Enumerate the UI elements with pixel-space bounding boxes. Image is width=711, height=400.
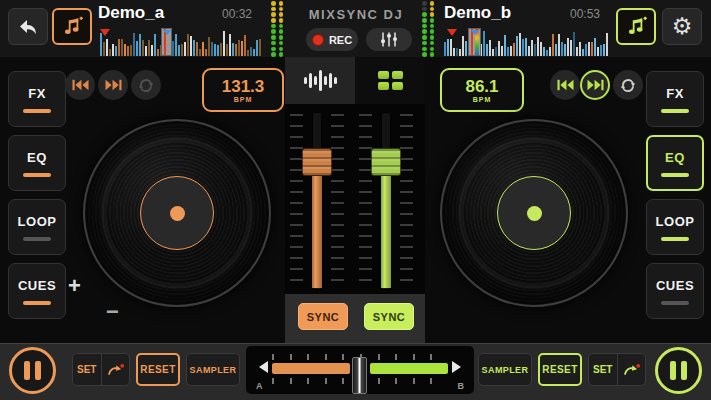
turntable-a[interactable] [83,119,271,307]
cue-jump-button-b[interactable] [617,354,646,385]
set-button-b[interactable]: SET [589,354,617,385]
sync-button-a[interactable]: SYNC [298,303,348,330]
eq-pad-b[interactable]: EQ [646,135,704,191]
skip-back-button-b[interactable] [550,70,580,100]
vinyl-label-b [497,176,571,250]
jump-arrow-icon [622,362,641,377]
repeat-icon [619,77,637,93]
load-track-a-button[interactable] [52,8,92,45]
pause-icon [681,361,687,380]
pad-underline [661,301,689,305]
mixer-toggle-button[interactable] [366,28,412,51]
skip-forward-icon [105,79,122,91]
cue-set-group-a: SET [72,353,130,386]
vu-meter-b [422,1,434,57]
loop-pad-a[interactable]: LOOP [8,199,66,255]
fader-ticks [359,114,372,288]
cues-pad-a[interactable]: CUES [8,263,66,319]
cues-pad-b[interactable]: CUES [646,263,704,319]
top-bar: Demo_a 00:32 MIXSYNC DJ REC Demo_b [0,0,711,57]
fader-handle-b[interactable] [371,148,401,176]
crossfader-a-label: A [256,381,263,391]
repeat-button-b[interactable] [613,70,643,100]
sync-button-b[interactable]: SYNC [364,303,414,330]
play-pause-button-a[interactable] [9,347,56,394]
app-title: MIXSYNC DJ [266,7,446,22]
pad-underline [23,173,51,177]
pause-icon [24,361,30,380]
faders-icon [304,70,337,91]
deck-b-time: 00:53 [570,7,600,21]
repeat-icon [137,77,155,93]
deck-a-waveform[interactable] [100,29,262,56]
sampler-pads-icon [378,71,403,90]
rec-button[interactable]: REC [306,28,358,51]
crossfader[interactable]: A B [246,346,474,394]
pad-underline [23,237,51,241]
pause-icon [670,361,676,380]
back-arrow-icon [17,17,39,37]
fader-ticks [331,114,344,288]
playhead-marker-icon [163,30,171,39]
loop-pad-b[interactable]: LOOP [646,199,704,255]
eq-pad-a[interactable]: EQ [8,135,66,191]
crossfader-handle[interactable] [352,357,367,394]
fader-ticks [290,114,303,288]
mixer-sliders-icon [379,31,399,48]
reset-button-b[interactable]: RESET [538,353,582,386]
volume-fader-a[interactable] [290,112,344,290]
bpm-display-a[interactable]: 131.3 BPM [202,68,284,112]
cue-set-group-b: SET [588,353,646,386]
pad-underline [661,109,689,113]
playhead-marker-icon [471,30,479,39]
deck-a-cue-marker [100,29,110,36]
crossfade-right-arrow-icon [452,361,467,373]
pitch-plus-button-a[interactable]: + [68,276,81,296]
tab-sampler-pads[interactable] [355,57,425,104]
back-button[interactable] [8,8,48,45]
bpm-display-b[interactable]: 86.1 BPM [440,68,524,112]
spindle-dot [527,206,542,221]
fader-fill [312,176,322,288]
fader-handle-a[interactable] [302,148,332,176]
crossfader-b-label: B [458,381,465,391]
skip-back-icon [72,79,89,91]
deck-a-time: 00:32 [222,7,252,21]
mixsync-dj-app: Demo_a 00:32 MIXSYNC DJ REC Demo_b [0,0,711,400]
sampler-button-b[interactable]: SAMPLER [478,353,532,386]
deck-b-title: Demo_b [444,3,511,23]
play-pause-button-b[interactable] [655,347,702,394]
rec-label: REC [329,34,352,46]
crossfader-a-fill [272,363,350,374]
spindle-dot [170,206,185,221]
music-note-plus-icon [624,15,648,38]
skip-forward-button-b[interactable] [580,70,610,100]
pitch-minus-button-a[interactable]: − [106,302,119,322]
skip-forward-button-a[interactable] [98,70,128,100]
cue-jump-button-a[interactable] [101,354,130,385]
fader-ticks [400,114,413,288]
pad-underline [23,301,51,305]
fx-pad-a[interactable]: FX [8,71,66,127]
reset-button-a[interactable]: RESET [136,353,180,386]
jump-arrow-icon [106,362,125,377]
fx-pad-b[interactable]: FX [646,71,704,127]
deck-a-title: Demo_a [98,3,164,23]
pad-underline [661,173,689,177]
volume-fader-b[interactable] [359,112,413,290]
deck-a-playhead[interactable] [161,28,172,56]
skip-back-button-a[interactable] [65,70,95,100]
vinyl-label-a [140,176,214,250]
tab-faders[interactable] [285,57,355,104]
turntable-b[interactable] [440,119,628,307]
skip-back-icon [557,79,574,91]
load-track-b-button[interactable] [616,8,656,45]
gear-icon: ⚙ [672,15,693,38]
repeat-button-a[interactable] [131,70,161,100]
settings-button[interactable]: ⚙ [662,8,702,45]
rec-indicator-icon [312,34,324,46]
deck-b-playhead[interactable] [468,28,481,56]
set-button-a[interactable]: SET [73,354,101,385]
music-note-plus-icon [60,15,84,38]
sampler-button-a[interactable]: SAMPLER [186,353,240,386]
